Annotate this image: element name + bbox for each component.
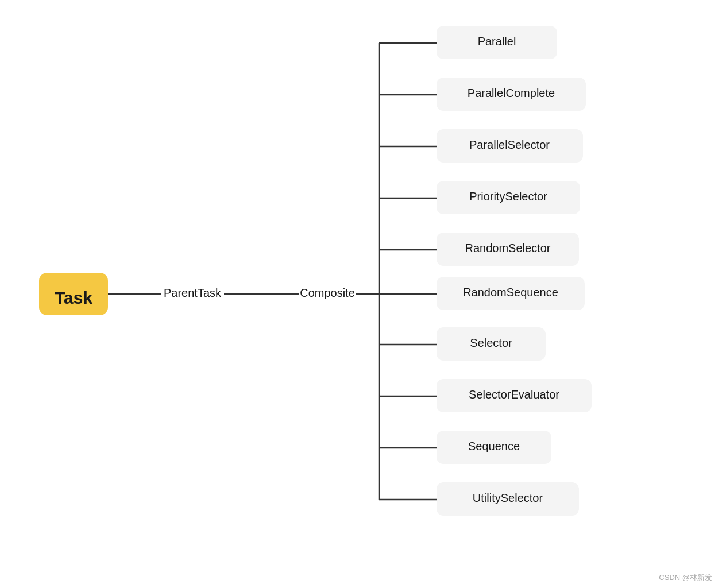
randomselector-node-label: RandomSelector <box>465 242 551 254</box>
parallelselector-node-label: ParallelSelector <box>469 138 550 151</box>
task-node-label: Task <box>55 288 92 307</box>
composite-label: Composite <box>300 287 355 299</box>
diagram-container: Task ParentTask Composite Parallel Paral… <box>0 0 726 588</box>
utilityselector-node-label: UtilitySelector <box>473 492 543 504</box>
parallelcomplete-node-label: ParallelComplete <box>468 87 555 99</box>
randomsequence-node-label: RandomSequence <box>463 286 558 299</box>
priorityselector-node-label: PrioritySelector <box>469 190 547 203</box>
selectorevaluator-node-label: SelectorEvaluator <box>469 388 559 401</box>
parallel-node-label: Parallel <box>478 35 516 48</box>
sequence-node-label: Sequence <box>468 440 520 452</box>
selector-node-label: Selector <box>470 336 512 349</box>
parenttask-label: ParentTask <box>164 287 222 299</box>
watermark: CSDN @林新发 <box>659 573 712 582</box>
